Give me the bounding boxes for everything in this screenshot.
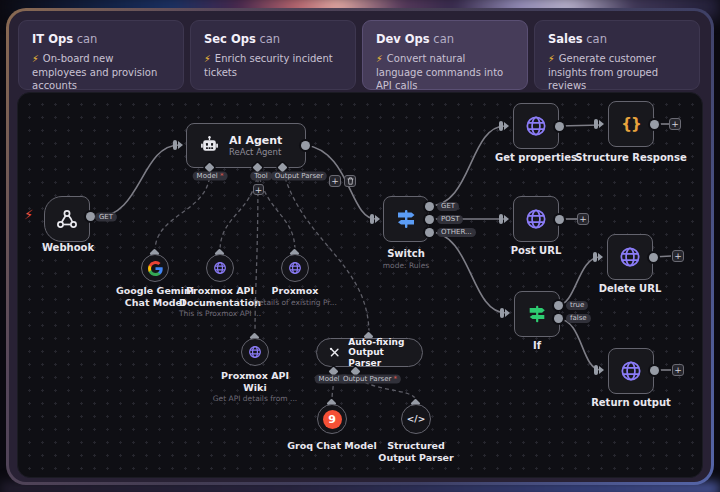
card-text: ⚡ Convert natural language commands into…: [376, 52, 515, 92]
if-input-port[interactable]: [500, 308, 510, 318]
globe-icon: [287, 260, 303, 276]
add-node-button[interactable]: +: [672, 250, 684, 262]
card-text: ⚡ Generate customer insights from groupe…: [548, 52, 687, 92]
globe-icon: [618, 358, 644, 384]
autofix-text: Auto-fixing Output Parser: [348, 337, 412, 369]
port-label-autofix-parser: Output Parser *: [339, 375, 401, 384]
bolt-icon: ⚡: [204, 53, 211, 64]
node-autofix-parser[interactable]: Auto-fixing Output Parser: [316, 338, 423, 367]
card-sec-ops[interactable]: Sec Ops can ⚡ Enrich security incident t…: [190, 20, 356, 90]
node-proxmox-wiki[interactable]: [241, 338, 269, 366]
ai-agent-text: AI Agent ReAct Agent: [229, 134, 282, 157]
app-window: IT Ops can ⚡ On-board new employees and …: [0, 0, 720, 492]
node-groq-chat-model[interactable]: 9: [317, 404, 347, 434]
port-label-get: GET: [95, 213, 117, 222]
google-logo-icon: [148, 261, 163, 276]
wire-delete-button[interactable]: [344, 175, 356, 187]
groq-logo-icon: 9: [323, 410, 342, 429]
card-dev-ops[interactable]: Dev Ops can ⚡ Convert natural language c…: [362, 20, 528, 90]
wire-add-node-button[interactable]: +: [329, 175, 341, 187]
node-structure-response[interactable]: {}: [608, 101, 654, 147]
node-label-proxmox-docs: Proxmox APIDocumentation This is Proxmox…: [179, 285, 261, 320]
ai-agent-output-port[interactable]: [301, 141, 310, 150]
port-label-tool: Tool: [250, 172, 272, 181]
node-label-if: If: [533, 340, 541, 352]
switch-output-other[interactable]: [425, 228, 434, 237]
node-switch[interactable]: [383, 196, 429, 242]
structure-response-input-port[interactable]: [594, 119, 604, 129]
switch-label-get: GET: [437, 202, 459, 211]
get-properties-output-port[interactable]: [555, 122, 564, 131]
node-gemini-chat-model[interactable]: [141, 254, 169, 282]
node-label-get-properties: Get properties: [495, 152, 577, 164]
add-node-button[interactable]: +: [577, 213, 589, 225]
if-signpost-icon: [526, 303, 548, 325]
card-title: Dev Ops can: [376, 32, 515, 46]
execute-bolt-icon[interactable]: ⚡: [24, 207, 33, 222]
node-if[interactable]: [514, 291, 560, 337]
node-proxmox[interactable]: [281, 254, 309, 282]
card-title: IT Ops can: [32, 32, 171, 46]
return-output-output-port[interactable]: [650, 366, 659, 375]
node-webhook[interactable]: [44, 196, 90, 242]
globe-icon: [212, 260, 228, 276]
node-label-post-url: Post URL: [511, 245, 562, 257]
add-tool-button[interactable]: +: [253, 184, 264, 195]
bolt-icon: ⚡: [32, 53, 39, 64]
node-subtitle: ReAct Agent: [229, 147, 282, 157]
node-proxmox-docs[interactable]: [206, 254, 234, 282]
get-properties-input-port[interactable]: [499, 121, 509, 131]
globe-icon: [617, 244, 643, 270]
node-label-structure-response: Structure Response: [575, 152, 686, 164]
if-output-true[interactable]: [554, 301, 563, 310]
node-label-webhook: Webhook: [42, 242, 94, 254]
post-url-input-port[interactable]: [499, 214, 509, 224]
node-label-delete-url: Delete URL: [599, 283, 662, 295]
card-text: ⚡ On-board new employees and provision a…: [32, 52, 171, 92]
bolt-icon: ⚡: [548, 53, 555, 64]
if-label-false: false: [566, 314, 591, 323]
switch-output-post[interactable]: [425, 215, 434, 224]
node-label-proxmox-wiki: Proxmox APIWiki Get API details from ...: [213, 370, 297, 405]
node-return-output[interactable]: [608, 348, 654, 394]
node-label-groq: Groq Chat Model: [287, 440, 377, 452]
post-url-output-port[interactable]: [555, 215, 564, 224]
bolt-icon: ⚡: [376, 53, 383, 64]
code-icon: </>: [407, 414, 425, 424]
switch-output-get[interactable]: [425, 202, 434, 211]
card-sales[interactable]: Sales can ⚡ Generate customer insights f…: [534, 20, 700, 90]
node-label-switch: Switchmode: Rules: [383, 248, 429, 271]
capability-cards-row: IT Ops can ⚡ On-board new employees and …: [18, 20, 700, 90]
globe-icon: [523, 206, 549, 232]
node-structured-parser[interactable]: </>: [401, 404, 431, 434]
webhook-output-port[interactable]: [86, 212, 95, 221]
node-delete-url[interactable]: [607, 234, 653, 280]
card-text: ⚡ Enrich security incident tickets: [204, 52, 343, 79]
if-output-false[interactable]: [554, 314, 563, 323]
port-label-model: Model *: [193, 172, 228, 181]
robot-icon: [198, 134, 221, 157]
globe-icon: [523, 113, 549, 139]
add-node-button[interactable]: +: [669, 118, 681, 130]
return-output-input-port[interactable]: [594, 365, 604, 375]
switch-label-post: POST: [437, 215, 463, 224]
structure-response-output-port[interactable]: [650, 120, 659, 129]
delete-url-input-port[interactable]: [593, 252, 603, 262]
node-label-structured-parser: StructuredOutput Parser: [378, 440, 453, 463]
delete-url-output-port[interactable]: [649, 253, 658, 262]
switch-input-port[interactable]: [370, 214, 380, 224]
node-ai-agent[interactable]: AI Agent ReAct Agent: [186, 123, 306, 168]
globe-icon: [247, 344, 263, 360]
switch-label-other: OTHER...: [437, 228, 476, 237]
ai-agent-input-port[interactable]: [173, 140, 183, 150]
workflow-canvas[interactable]: ⚡ GET Webhook: [17, 92, 703, 478]
card-it-ops[interactable]: IT Ops can ⚡ On-board new employees and …: [18, 20, 184, 90]
add-node-button[interactable]: +: [672, 364, 684, 376]
node-title: AI Agent: [229, 134, 282, 147]
node-label-proxmox: Proxmox Details of existing Pr...: [253, 285, 337, 308]
if-label-true: true: [566, 301, 588, 310]
node-post-url[interactable]: [513, 196, 559, 242]
node-label-return-output: Return output: [591, 397, 671, 409]
node-get-properties[interactable]: [513, 103, 559, 149]
trash-icon: [347, 177, 354, 185]
